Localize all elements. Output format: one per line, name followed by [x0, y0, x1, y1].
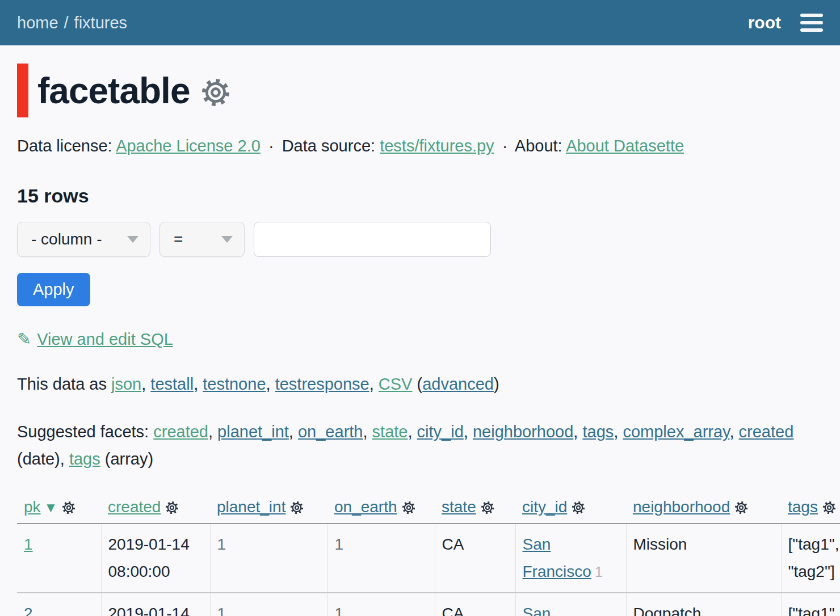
city-link[interactable]: San Francisco [523, 535, 591, 580]
export-links-row: This data as json, testall, testnone, te… [17, 375, 823, 394]
column-header-planet-int: planet_int [210, 493, 327, 524]
title-accent-bar [17, 64, 28, 117]
column-gear-icon[interactable] [734, 501, 748, 514]
filter-column-value: - column - [31, 230, 102, 248]
cell-on-earth: 1 [327, 524, 435, 593]
metadata-line: Data license: Apache License 2.0 · Data … [17, 137, 823, 155]
about-link[interactable]: About Datasette [566, 137, 684, 155]
menu-icon[interactable] [800, 14, 823, 32]
cell-planet-int: 1 [210, 524, 327, 593]
about-label: About: [515, 137, 562, 155]
export-prefix: This data as [17, 375, 111, 393]
column-header-neighborhood-link[interactable]: neighborhood [633, 498, 730, 516]
column-header-on-earth: on_earth [327, 493, 435, 524]
pencil-icon: ✎ [17, 330, 31, 348]
facet-link-created[interactable]: created [153, 423, 208, 441]
view-edit-sql-link[interactable]: View and edit SQL [37, 330, 173, 348]
results-table: pk▼ created planet_int on_earth state ci… [17, 493, 840, 616]
cell-city-id: San Francisco1 [515, 593, 626, 616]
filter-row: - column - = [17, 222, 823, 257]
table-settings-gear-icon[interactable] [201, 78, 230, 107]
export-link-advanced[interactable]: advanced [422, 375, 494, 393]
column-gear-icon[interactable] [572, 501, 585, 514]
column-gear-icon[interactable] [402, 501, 415, 514]
column-header-city-id: city_id [515, 493, 626, 524]
sql-link-row: ✎View and edit SQL [17, 329, 823, 349]
filter-value-input[interactable] [254, 222, 491, 257]
column-header-created-link[interactable]: created [108, 498, 161, 516]
facet-link-tags-array[interactable]: tags [69, 450, 100, 468]
separator-dot: · [268, 137, 274, 155]
table-header-row: pk▼ created planet_int on_earth state ci… [17, 493, 840, 524]
cell-neighborhood: Dogpatch [626, 593, 781, 616]
filter-operator-select[interactable]: = [159, 222, 245, 257]
cell-planet-int: 1 [210, 593, 327, 616]
column-gear-icon[interactable] [481, 501, 494, 514]
export-link-testresponse[interactable]: testresponse [275, 375, 369, 393]
column-header-planet-int-link[interactable]: planet_int [217, 498, 285, 516]
filter-operator-value: = [174, 230, 183, 248]
column-header-state-link[interactable]: state [442, 498, 476, 516]
table-row: 1 2019-01-14 08:00:00 1 1 CA San Francis… [17, 524, 840, 593]
breadcrumb-separator: / [64, 14, 69, 32]
column-header-state: state [435, 493, 515, 524]
column-header-pk-link[interactable]: pk [24, 498, 41, 516]
source-link[interactable]: tests/fixtures.py [380, 137, 494, 155]
facet-link-state[interactable]: state [372, 423, 408, 441]
row-pk-link[interactable]: 1 [24, 535, 33, 553]
export-link-testall[interactable]: testall [150, 375, 194, 393]
city-link[interactable]: San Francisco [523, 605, 591, 616]
column-header-on-earth-link[interactable]: on_earth [334, 498, 397, 516]
cell-on-earth: 1 [327, 593, 435, 616]
export-link-testnone[interactable]: testnone [203, 375, 266, 393]
cell-tags: ["tag1", "tag3"] [781, 593, 840, 616]
column-header-pk: pk▼ [17, 493, 101, 524]
column-header-tags: tags [781, 493, 840, 524]
chevron-down-icon [127, 236, 138, 243]
cell-tags: ["tag1", "tag2"] [781, 524, 840, 593]
cell-city-id: San Francisco1 [515, 524, 626, 593]
column-header-created: created [101, 493, 210, 524]
facet-link-planet-int[interactable]: planet_int [217, 423, 289, 441]
apply-button[interactable]: Apply [17, 273, 90, 306]
facets-prefix: Suggested facets: [17, 423, 153, 441]
filter-column-select[interactable]: - column - [17, 222, 150, 257]
logged-in-user[interactable]: root [748, 13, 781, 32]
column-gear-icon[interactable] [62, 501, 75, 514]
license-label: Data license: [17, 137, 112, 155]
top-navigation-bar: home/fixtures root [0, 0, 840, 45]
chevron-down-icon [221, 236, 233, 243]
column-header-city-id-link[interactable]: city_id [522, 498, 567, 516]
column-gear-icon[interactable] [165, 501, 179, 514]
license-link[interactable]: Apache License 2.0 [116, 137, 261, 155]
sort-desc-icon: ▼ [44, 500, 58, 515]
breadcrumb-home-link[interactable]: home [17, 14, 58, 32]
cell-created: 2019-01-14 08:00:00 [101, 524, 210, 593]
column-gear-icon[interactable] [290, 501, 304, 514]
breadcrumb-fixtures-link[interactable]: fixtures [74, 14, 127, 32]
column-gear-icon[interactable] [822, 501, 836, 514]
row-count-heading: 15 rows [17, 185, 823, 207]
page-title: facetable [37, 70, 190, 112]
row-pk-link[interactable]: 2 [24, 605, 33, 616]
export-link-csv[interactable]: CSV [379, 375, 413, 393]
column-header-tags-link[interactable]: tags [788, 498, 818, 516]
facet-link-complex-array[interactable]: complex_array [623, 423, 729, 441]
export-link-json[interactable]: json [111, 375, 141, 393]
facet-link-on-earth[interactable]: on_earth [298, 423, 363, 441]
facet-link-neighborhood[interactable]: neighborhood [473, 423, 573, 441]
main-content: facetable Data license: Apache License 2… [0, 64, 840, 616]
source-label: Data source: [282, 137, 375, 155]
cell-created: 2019-01-14 08:00:00 [101, 593, 210, 616]
cell-neighborhood: Mission [626, 524, 781, 593]
suggested-facets-row: Suggested facets: created, planet_int, o… [17, 419, 823, 473]
facet-link-created-date[interactable]: created [739, 423, 794, 441]
page-title-row: facetable [17, 64, 823, 117]
cell-state: CA [435, 593, 515, 616]
column-header-neighborhood: neighborhood [626, 493, 781, 524]
facet-link-tags[interactable]: tags [582, 423, 614, 441]
fk-count-label: 1 [595, 564, 603, 580]
breadcrumb: home/fixtures [17, 14, 127, 32]
table-row: 2 2019-01-14 08:00:00 1 1 CA San Francis… [17, 593, 840, 616]
facet-link-city-id[interactable]: city_id [417, 423, 464, 441]
